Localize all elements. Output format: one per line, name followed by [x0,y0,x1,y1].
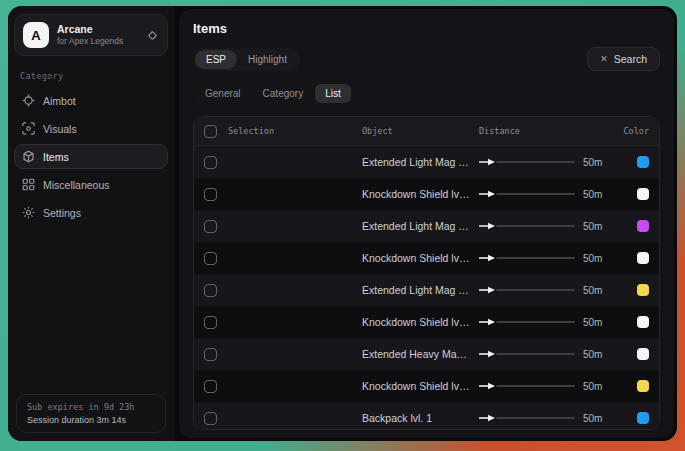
object-name: Extended Light Mag Level 4 [362,284,471,296]
select-all-checkbox[interactable] [204,125,217,138]
color-swatch[interactable] [637,188,649,200]
row-checkbox[interactable] [204,156,217,169]
row-checkbox[interactable] [204,252,217,265]
table-row[interactable]: Extended Light Mag Level 3 50m [194,210,659,242]
crosshair-icon [22,94,35,107]
distance-slider[interactable] [479,190,575,198]
slider-handle-icon [479,286,496,294]
color-swatch[interactable] [637,252,649,264]
sidebar-item-items[interactable]: Items [14,144,168,169]
session-info-box: Sub expires in 9d 23h Session duration 3… [16,394,166,433]
slider-handle-icon [479,190,496,198]
distance-slider[interactable] [479,222,575,230]
row-checkbox[interactable] [204,412,217,425]
sidebar-item-label: Settings [43,207,81,219]
slider-track [496,417,575,419]
sidebar: A Arcane for Apex Legends Category Aimbo… [8,6,174,441]
table-row[interactable]: Extended Light Mag Level 2 50m [194,146,659,178]
sidebar-item-miscellaneous[interactable]: Miscellaneous [14,172,168,197]
color-swatch[interactable] [637,348,649,360]
sidebar-item-label: Miscellaneous [43,179,110,191]
sidebar-item-label: Items [43,151,69,163]
object-name: Knockdown Shield lvl. 2 [362,252,471,264]
distance-slider[interactable] [479,286,575,294]
gear-icon [22,206,35,219]
distance-slider[interactable] [479,318,575,326]
distance-value: 50m [583,317,617,328]
slider-handle-icon [479,414,496,422]
row-checkbox[interactable] [204,220,217,233]
slider-handle-icon [479,158,496,166]
color-swatch[interactable] [637,156,649,168]
row-checkbox[interactable] [204,284,217,297]
distance-slider[interactable] [479,158,575,166]
table-row[interactable]: Extended Light Mag Level 4 50m [194,274,659,306]
app-logo: A [23,22,49,48]
table-row[interactable]: Backpack lvl. 1 50m [194,402,659,430]
distance-value: 50m [583,285,617,296]
sidebar-section-label: Category [20,71,162,81]
sidebar-item-settings[interactable]: Settings [14,200,168,225]
session-duration-text: Session duration 3m 14s [27,415,155,425]
slider-track [496,225,575,227]
color-swatch[interactable] [637,284,649,296]
view-tab-group: General Category List [193,82,353,105]
feature-pill-group: ESP Highlight [193,48,300,71]
distance-slider[interactable] [479,254,575,262]
object-name: Knockdown Shield lvl. 4 [362,380,471,392]
scan-eye-icon [22,122,35,135]
pill-esp[interactable]: ESP [195,50,237,69]
slider-track [496,193,575,195]
x-icon: ✕ [600,54,608,64]
distance-slider[interactable] [479,414,575,422]
table-row[interactable]: Knockdown Shield lvl. 2 50m [194,242,659,274]
table-row[interactable]: Knockdown Shield lvl. 1 50m [194,178,659,210]
object-name: Knockdown Shield lvl. 1 [362,188,471,200]
color-swatch[interactable] [637,412,649,424]
slider-track [496,289,575,291]
row-checkbox[interactable] [204,316,217,329]
slider-track [496,321,575,323]
search-button[interactable]: ✕ Search [587,47,660,71]
row-checkbox[interactable] [204,348,217,361]
distance-value: 50m [583,157,617,168]
distance-slider[interactable] [479,382,575,390]
object-name: Extended Heavy Mag Level 1 [362,348,471,360]
color-swatch[interactable] [637,316,649,328]
slider-track [496,353,575,355]
sidebar-item-visuals[interactable]: Visuals [14,116,168,141]
search-button-label: Search [614,53,647,65]
items-table: Selection Object Distance Color Extended… [193,116,660,430]
distance-slider[interactable] [479,350,575,358]
sidebar-item-aimbot[interactable]: Aimbot [14,88,168,113]
slider-track [496,385,575,387]
package-icon [22,150,35,163]
tab-category[interactable]: Category [253,84,314,103]
table-row[interactable]: Knockdown Shield lvl. 3 50m [194,306,659,338]
slider-handle-icon [479,382,496,390]
object-name: Backpack lvl. 1 [362,412,471,424]
sidebar-item-label: Aimbot [43,95,76,107]
table-row[interactable]: Extended Heavy Mag Level 1 50m [194,338,659,370]
header-selection: Selection [228,126,354,136]
table-header-row: Selection Object Distance Color [194,117,659,146]
slider-handle-icon [479,222,496,230]
diamond-badge-icon[interactable] [146,29,159,42]
object-name: Extended Light Mag Level 2 [362,156,471,168]
header-object: Object [362,126,471,136]
color-swatch[interactable] [637,380,649,392]
distance-value: 50m [583,349,617,360]
app-subtitle: for Apex Legends [57,36,123,47]
row-checkbox[interactable] [204,380,217,393]
slider-handle-icon [479,254,496,262]
row-checkbox[interactable] [204,188,217,201]
color-swatch[interactable] [637,220,649,232]
distance-value: 50m [583,221,617,232]
table-row[interactable]: Knockdown Shield lvl. 4 50m [194,370,659,402]
sidebar-item-label: Visuals [43,123,77,135]
tab-list[interactable]: List [315,84,351,103]
pill-highlight[interactable]: Highlight [237,50,298,69]
sub-expires-text: Sub expires in 9d 23h [27,402,155,412]
tab-general[interactable]: General [195,84,251,103]
slider-handle-icon [479,350,496,358]
